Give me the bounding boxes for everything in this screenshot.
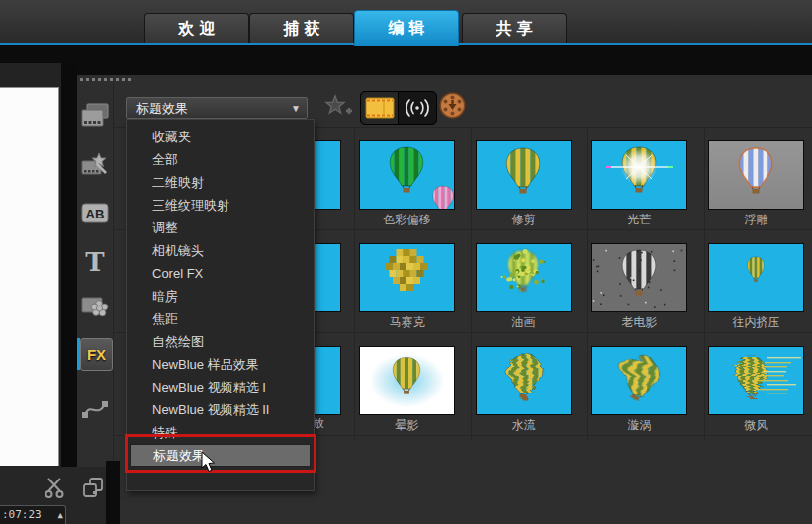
filter-thumbnail-oilpaint[interactable] (476, 243, 572, 312)
menu-item-2[interactable]: 全部 (127, 148, 314, 171)
sidebar-tool-instant-project[interactable] (79, 151, 111, 183)
menu-item-4[interactable]: 三维纹理映射 (127, 194, 314, 217)
timecode-value: :07:23 (2, 508, 42, 521)
menu-item-13[interactable]: NewBlue 视频精选 II (127, 398, 314, 421)
svg-text:AB: AB (86, 207, 105, 221)
tab-edit[interactable]: 编辑 (354, 10, 459, 46)
menu-item-7[interactable]: Corel FX (127, 262, 314, 285)
scissors-icon[interactable] (44, 477, 67, 500)
copy-frame-icon[interactable] (81, 477, 105, 500)
panel-divider-bottom (106, 461, 120, 524)
header-spacer (0, 45, 812, 75)
grid-separator (471, 127, 472, 441)
preview-viewport (0, 87, 59, 466)
filter-thumbnail-pinch[interactable] (708, 243, 804, 312)
filter-thumbnail-colorshift[interactable] (359, 140, 455, 210)
menu-item-9[interactable]: 焦距 (127, 307, 314, 330)
sidebar-tool-motion-path[interactable] (79, 394, 111, 426)
media-library-icon (80, 103, 110, 132)
audio-filter-icon[interactable] (399, 92, 435, 124)
tab-welcome[interactable]: 欢迎 (144, 13, 249, 44)
menu-item-14[interactable]: 特殊 (127, 421, 314, 444)
filter-label: 晕影 (359, 417, 455, 434)
filter-type-toggle (360, 91, 437, 125)
fx-filter-icon: FX (87, 346, 106, 364)
filter-label: 色彩偏移 (359, 212, 455, 228)
filter-label: 往内挤压 (708, 314, 804, 331)
grid-separator (354, 127, 355, 441)
filter-thumbnail-breeze[interactable] (708, 346, 804, 415)
menu-item-15[interactable]: 标题效果 (130, 444, 311, 467)
category-dropdown-value: 标题效果 (136, 101, 188, 116)
transition-ab-icon: AB (80, 202, 110, 229)
menu-item-12[interactable]: NewBlue 视频精选 I (127, 376, 314, 398)
active-tool-indicator (77, 338, 80, 370)
filter-thumbnail-rays[interactable] (591, 140, 687, 210)
sidebar-tool-transition[interactable]: AB (79, 200, 111, 231)
sidebar-tool-filter[interactable]: FX (80, 338, 113, 371)
filter-thumbnail-mosaic[interactable] (359, 243, 455, 312)
instant-project-icon (81, 152, 109, 182)
filter-label: 水流 (476, 417, 572, 434)
title-t-icon: T (85, 249, 104, 275)
preview-controls: :07:23 ▲ (0, 467, 106, 524)
tab-share[interactable]: 共享 (462, 13, 567, 44)
filter-label: 微风 (708, 417, 804, 434)
motion-path-icon (81, 396, 109, 424)
graphic-icon (80, 294, 110, 323)
timecode-spinner[interactable]: :07:23 ▲ (0, 505, 66, 524)
library-sidebar: ABTFX (77, 83, 114, 518)
filter-thumbnail-whirl[interactable] (591, 346, 687, 415)
filter-label: 马赛克 (359, 314, 455, 331)
app-window: 欢迎捕获编辑共享 :07:23 ▲ ABTFX 标题效果 ▼ (0, 0, 812, 524)
menu-item-3[interactable]: 二维映射 (127, 171, 314, 194)
category-dropdown[interactable]: 标题效果 ▼ (126, 97, 308, 119)
menu-item-11[interactable]: NewBlue 样品效果 (127, 353, 314, 376)
grid-separator (587, 127, 588, 441)
sidebar-tool-graphic[interactable] (79, 293, 111, 324)
spinner-up-icon[interactable]: ▲ (58, 506, 63, 524)
filter-thumbnail-emboss[interactable] (708, 140, 804, 210)
menu-item-6[interactable]: 相机镜头 (127, 239, 314, 262)
menu-item-8[interactable]: 暗房 (127, 285, 314, 307)
filter-label: 浮雕 (708, 212, 804, 228)
header-bar: 欢迎捕获编辑共享 (0, 0, 812, 43)
tab-capture[interactable]: 捕获 (249, 13, 354, 44)
category-menu: 收藏夹全部二维映射三维纹理映射调整相机镜头Corel FX暗房焦距自然绘图New… (126, 119, 315, 491)
filter-label: 修剪 (476, 212, 572, 228)
filter-thumbnail-trim[interactable] (476, 140, 572, 210)
panel-divider (61, 63, 77, 524)
effects-store-icon[interactable] (439, 92, 466, 119)
filter-label: 漩涡 (591, 417, 687, 434)
filter-thumbnail-vignette[interactable] (359, 346, 455, 415)
filter-thumbnail-oldfilm[interactable] (591, 243, 687, 312)
menu-item-5[interactable]: 调整 (127, 217, 314, 239)
filter-label: 老电影 (591, 314, 687, 331)
grid-separator (704, 127, 705, 441)
filter-label: 光芒 (591, 212, 687, 228)
add-to-favorites-icon[interactable] (322, 93, 354, 123)
filter-label: 油画 (476, 314, 572, 331)
menu-item-10[interactable]: 自然绘图 (127, 330, 314, 353)
chevron-down-icon: ▼ (291, 98, 301, 120)
video-filter-icon[interactable] (361, 92, 398, 124)
sidebar-tool-media[interactable] (79, 102, 111, 133)
sidebar-tool-title[interactable]: T (79, 246, 111, 278)
menu-item-1[interactable]: 收藏夹 (127, 126, 314, 148)
filter-thumbnail-waterflow[interactable] (476, 346, 572, 415)
